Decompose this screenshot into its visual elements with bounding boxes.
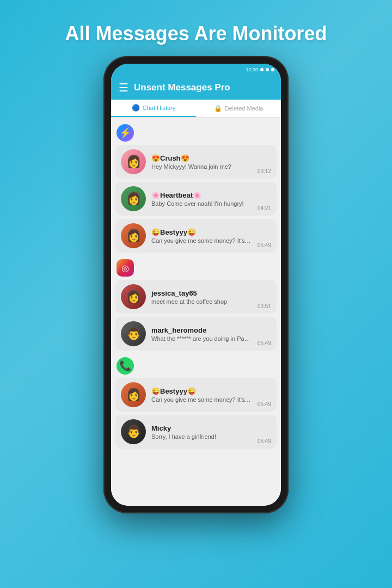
message-card[interactable]: 👩😜Bestyyy😜Can you give me some money? It… (115, 378, 277, 412)
status-bar: 12:00 (111, 64, 281, 76)
whatsapp-icon-row: 📞 (115, 355, 277, 378)
deleted-media-icon: 🔒 (214, 105, 222, 112)
tabs-bar: 🔵 Chat History 🔒 Deleted Media (111, 100, 281, 118)
section-instagram: ◎👩jessica_tay65meet mee at the coffee sh… (115, 257, 277, 351)
tab-deleted-media[interactable]: 🔒 Deleted Media (196, 100, 281, 117)
tab-chat-history[interactable]: 🔵 Chat History (111, 100, 196, 117)
page-headline: All Messages Are Monitored (65, 22, 327, 45)
message-card[interactable]: 👩😍Crush😍Hey Mickyyy! Wanna join me?03:12 (115, 145, 277, 179)
message-time: 05:49 (258, 401, 271, 407)
message-time: 04:21 (258, 205, 271, 211)
app-header: ☰ Unsent Messages Pro (111, 76, 281, 100)
messenger-icon: ⚡ (117, 124, 134, 142)
message-sender-name: 😍Crush😍 (151, 154, 252, 162)
message-body: 😍Crush😍Hey Mickyyy! Wanna join me? (151, 154, 252, 170)
message-time: 03:51 (258, 303, 271, 309)
signal-icon (260, 68, 264, 71)
menu-button[interactable]: ☰ (119, 81, 128, 94)
message-body: jessica_tay65meet mee at the coffee shop (151, 289, 252, 305)
section-messenger: ⚡👩😍Crush😍Hey Mickyyy! Wanna join me?03:1… (115, 122, 277, 253)
message-text: Baby Come over naah! I'm hungry! (151, 200, 252, 207)
message-text: Can you give me some money? It's urgent (151, 237, 252, 244)
message-sender-name: Micky (151, 424, 252, 432)
avatar: 👩 (121, 223, 146, 248)
chat-history-icon: 🔵 (132, 104, 140, 112)
tab-chat-history-label: Chat History (143, 105, 176, 111)
message-card[interactable]: 👩🌸Heartbeat🌸Baby Come over naah! I'm hun… (115, 182, 277, 216)
message-card[interactable]: 👨MickySorry, I have a girlfriend!05:49 (115, 415, 277, 449)
message-time: 05:49 (258, 438, 271, 444)
message-text: What the ****** are you doing in Paris! (151, 335, 252, 342)
message-text: meet mee at the coffee shop (151, 298, 252, 305)
message-body: mark_heromodeWhat the ****** are you doi… (151, 326, 252, 342)
battery-icon (271, 68, 274, 71)
tab-deleted-media-label: Deleted Media (225, 105, 264, 112)
phone-screen: 12:00 ☰ Unsent Messages Pro 🔵 Chat Histo… (111, 64, 281, 506)
status-icons: 12:00 (246, 67, 274, 72)
avatar: 👩 (121, 284, 146, 309)
instagram-icon-row: ◎ (115, 257, 277, 280)
message-sender-name: 🌸Heartbeat🌸 (151, 191, 252, 199)
message-body: 😜Bestyyy😜Can you give me some money? It'… (151, 228, 252, 244)
avatar: 👨 (121, 419, 146, 444)
message-body: 🌸Heartbeat🌸Baby Come over naah! I'm hung… (151, 191, 252, 207)
status-time: 12:00 (246, 67, 258, 72)
message-body: MickySorry, I have a girlfriend! (151, 424, 252, 440)
message-time: 05:49 (258, 340, 271, 346)
avatar: 👩 (121, 149, 146, 174)
message-body: 😜Bestyyy😜Can you give me some money? It'… (151, 387, 252, 403)
content-area: ⚡👩😍Crush😍Hey Mickyyy! Wanna join me?03:1… (111, 118, 281, 506)
avatar: 👩 (121, 382, 146, 407)
message-sender-name: jessica_tay65 (151, 289, 252, 297)
message-text: Can you give me some money? It's urgent (151, 396, 252, 403)
whatsapp-icon: 📞 (117, 357, 134, 375)
message-sender-name: 😜Bestyyy😜 (151, 387, 252, 395)
message-time: 05:49 (258, 242, 271, 248)
instagram-icon: ◎ (117, 259, 134, 277)
messenger-icon-row: ⚡ (115, 122, 277, 145)
message-text: Hey Mickyyy! Wanna join me? (151, 163, 252, 170)
message-card[interactable]: 👩😜Bestyyy😜Can you give me some money? It… (115, 219, 277, 253)
message-card[interactable]: 👩jessica_tay65meet mee at the coffee sho… (115, 280, 277, 314)
avatar: 👨 (121, 321, 146, 346)
message-time: 03:12 (258, 168, 271, 174)
message-text: Sorry, I have a girlfriend! (151, 433, 252, 440)
message-sender-name: mark_heromode (151, 326, 252, 334)
app-title: Unsent Messages Pro (134, 82, 273, 93)
message-card[interactable]: 👨mark_heromodeWhat the ****** are you do… (115, 317, 277, 351)
wifi-icon (266, 68, 269, 71)
message-sender-name: 😜Bestyyy😜 (151, 228, 252, 236)
avatar: 👩 (121, 186, 146, 211)
phone-device: 12:00 ☰ Unsent Messages Pro 🔵 Chat Histo… (103, 56, 289, 513)
section-whatsapp: 📞👩😜Bestyyy😜Can you give me some money? I… (115, 355, 277, 449)
